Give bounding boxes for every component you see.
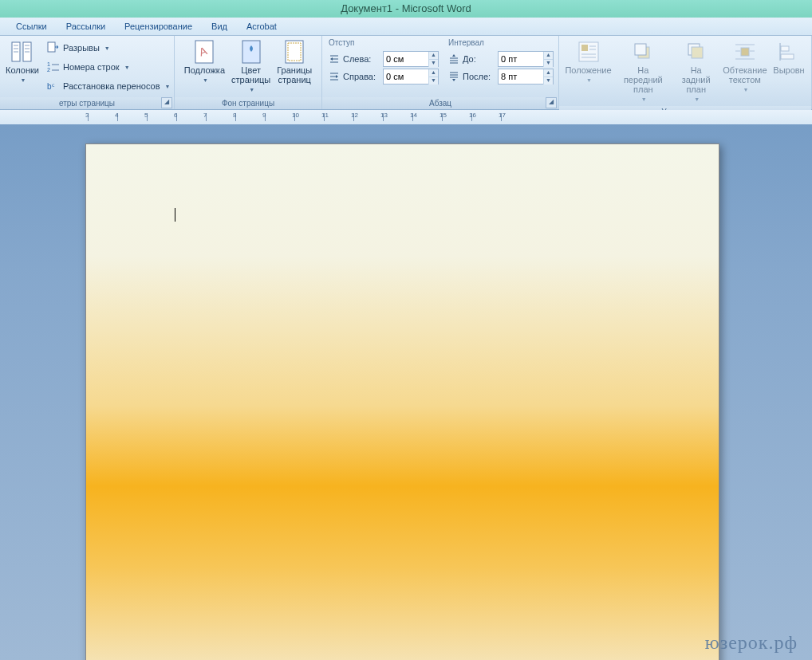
position-icon (576, 39, 601, 65)
spin-down[interactable]: ▼ (543, 60, 553, 67)
align-icon (776, 39, 802, 65)
page-setup-launcher[interactable]: ◢ (161, 97, 172, 108)
tab-references[interactable]: Ссылки (6, 18, 57, 35)
page-color-icon (238, 39, 264, 65)
tab-acrobat[interactable]: Acrobat (237, 18, 286, 35)
columns-button[interactable]: Колонки ▼ (3, 37, 41, 85)
svg-text:1: 1 (47, 61, 50, 67)
svg-text:2: 2 (47, 67, 50, 73)
indent-right-icon (329, 71, 340, 82)
group-paragraph: Отступ Слева: ▲▼ Справа: ▲▼ Интервал До: (322, 36, 559, 109)
watermark-icon: A (191, 39, 217, 65)
svg-text:bᶜ: bᶜ (47, 82, 55, 91)
bring-front-button[interactable]: На передний план▼ (614, 37, 672, 104)
chevron-down-icon: ▼ (694, 95, 700, 104)
hyphenation-icon: bᶜ (47, 80, 60, 92)
chevron-down-icon: ▼ (743, 85, 748, 95)
hyphenation-button[interactable]: bᶜ Расстановка переносов▼ (45, 77, 172, 95)
indent-right-label: Справа: (343, 72, 380, 81)
indent-right-input[interactable]: ▲▼ (383, 69, 439, 84)
spin-down[interactable]: ▼ (543, 77, 553, 84)
group-page-background: A Подложка ▼ Цвет страницы ▼ Границы стр… (175, 36, 322, 109)
spin-up[interactable]: ▲ (428, 69, 438, 77)
chevron-down-icon: ▼ (124, 65, 130, 70)
chevron-down-icon: ▼ (104, 45, 110, 51)
window-title: Документ1 - Microsoft Word (341, 2, 471, 14)
spacing-heading: Интервал (448, 37, 554, 50)
svg-rect-8 (48, 42, 55, 52)
breaks-icon (47, 41, 60, 54)
breaks-button[interactable]: Разрывы▼ (45, 39, 172, 57)
position-button[interactable]: Положение▼ (562, 37, 614, 85)
spin-down[interactable]: ▼ (428, 77, 438, 84)
group-arrange: Положение▼ На передний план▼ На задний п… (559, 36, 812, 109)
line-numbers-button[interactable]: 12 Номера строк▼ (45, 58, 172, 76)
text-wrap-icon (732, 39, 758, 65)
tab-review[interactable]: Рецензирование (115, 18, 202, 35)
text-wrap-button[interactable]: Обтекание текстом▼ (720, 37, 770, 95)
page-borders-button[interactable]: Границы страниц (274, 37, 315, 84)
columns-icon (10, 39, 35, 65)
group-label-page-setup: етры страницы (0, 97, 174, 109)
horizontal-ruler[interactable]: 34567891011121314151617 (0, 110, 812, 124)
align-button[interactable]: Выровн (770, 37, 808, 75)
chevron-down-icon: ▼ (203, 76, 208, 85)
svg-rect-46 (781, 46, 789, 51)
ribbon: Колонки ▼ Разрывы▼ 12 Номера строк▼ bᶜ Р… (0, 36, 812, 110)
chevron-down-icon: ▼ (586, 76, 592, 85)
document-page[interactable] (85, 143, 719, 660)
chevron-down-icon: ▼ (249, 85, 254, 95)
space-after-label: После: (463, 72, 495, 81)
indent-heading: Отступ (329, 37, 439, 50)
send-back-icon (684, 39, 709, 65)
svg-rect-40 (692, 47, 703, 58)
spin-up[interactable]: ▲ (543, 52, 553, 60)
line-numbers-icon: 12 (47, 61, 60, 73)
space-before-icon (448, 53, 459, 65)
tab-view[interactable]: Вид (202, 18, 237, 35)
svg-rect-32 (581, 45, 588, 51)
ribbon-tabs: Ссылки Рассылки Рецензирование Вид Acrob… (0, 18, 812, 36)
site-watermark: юзерок.рф (705, 632, 798, 654)
group-page-setup: Колонки ▼ Разрывы▼ 12 Номера строк▼ bᶜ Р… (0, 36, 175, 109)
send-back-button[interactable]: На задний план▼ (672, 37, 720, 104)
watermark-button[interactable]: A Подложка ▼ (181, 37, 228, 85)
space-after-icon (448, 71, 459, 82)
spin-down[interactable]: ▼ (428, 60, 438, 67)
chevron-down-icon: ▼ (641, 95, 647, 104)
paragraph-launcher[interactable]: ◢ (546, 97, 557, 108)
svg-rect-41 (741, 48, 749, 56)
space-after-input[interactable]: ▲▼ (498, 69, 554, 84)
indent-left-input[interactable]: ▲▼ (383, 51, 439, 67)
tab-mailings[interactable]: Рассылки (57, 18, 115, 35)
space-before-input[interactable]: ▲▼ (498, 51, 554, 67)
columns-label: Колонки (6, 65, 39, 75)
space-before-label: До: (463, 54, 495, 64)
spin-up[interactable]: ▲ (543, 69, 553, 77)
chevron-down-icon: ▼ (164, 84, 170, 89)
page-color-button[interactable]: Цвет страницы ▼ (228, 37, 274, 95)
document-area (0, 124, 812, 660)
spin-up[interactable]: ▲ (428, 52, 438, 60)
svg-rect-47 (781, 54, 794, 59)
bring-front-icon (630, 39, 656, 65)
indent-left-label: Слева: (343, 54, 380, 64)
svg-rect-38 (635, 44, 646, 55)
title-bar: Документ1 - Microsoft Word (0, 0, 812, 18)
page-borders-icon (282, 39, 307, 65)
indent-left-icon (329, 53, 340, 65)
text-cursor (175, 208, 175, 222)
group-label-page-bg: Фон страницы (175, 97, 321, 109)
group-label-paragraph: Абзац (322, 97, 558, 109)
chevron-down-icon: ▼ (21, 76, 26, 85)
